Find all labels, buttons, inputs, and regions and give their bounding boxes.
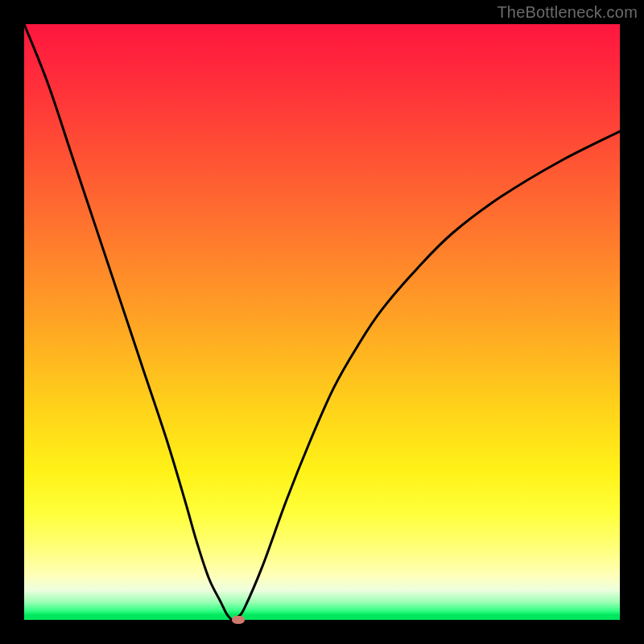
curve-path: [24, 24, 620, 620]
bottleneck-curve: [24, 24, 620, 620]
min-point-marker: [232, 616, 245, 624]
watermark-text: TheBottleneck.com: [497, 3, 638, 22]
chart-frame: TheBottleneck.com: [0, 0, 644, 644]
plot-area: [24, 24, 620, 620]
